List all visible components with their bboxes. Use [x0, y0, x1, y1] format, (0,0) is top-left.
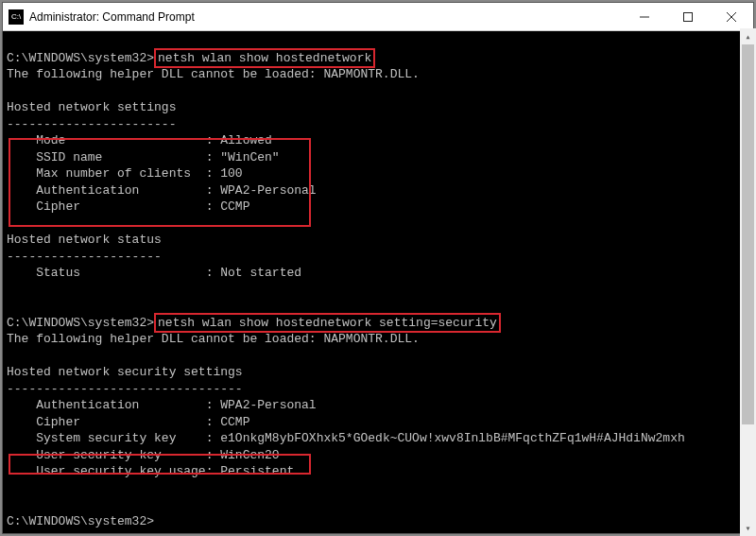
field-label: Cipher : [7, 415, 220, 429]
field-label: Mode : [7, 133, 220, 147]
field-value: e1OnkgM8ybFOXhxk5*GOedk~CUOw!xwv8InlbB#M… [220, 431, 684, 445]
section-header: Hosted network security settings [7, 365, 243, 379]
field-value: 100 [220, 166, 242, 181]
field-value: CCMP [220, 415, 249, 429]
divider: -------------------------------- [7, 382, 243, 396]
scroll-thumb[interactable] [742, 44, 754, 424]
field-label: Authentication : [7, 183, 220, 198]
field-value: "WinCen" [220, 150, 279, 164]
prompt: C:\WINDOWS\system32> [7, 316, 154, 330]
output-line: The following helper DLL cannot be loade… [7, 67, 420, 81]
field-label: SSID name : [7, 150, 220, 164]
divider: ----------------------- [7, 117, 176, 131]
terminal-output[interactable]: C:\WINDOWS\system32>netsh wlan show host… [3, 31, 753, 533]
field-label: User security key usage: [7, 464, 220, 478]
minimize-button[interactable] [623, 3, 666, 30]
prompt: C:\WINDOWS\system32> [7, 51, 154, 65]
scroll-up-button[interactable]: ▴ [740, 28, 756, 44]
field-value: CCMP [220, 199, 249, 214]
prompt: C:\WINDOWS\system32> [7, 514, 154, 528]
field-value: Allowed [220, 133, 272, 147]
field-value: WPA2-Personal [220, 398, 316, 412]
field-label: User security key : [7, 448, 220, 462]
window-controls [623, 3, 753, 30]
output-line: The following helper DLL cannot be loade… [7, 332, 420, 346]
section-header: Hosted network status [7, 233, 162, 247]
window-title: Administrator: Command Prompt [29, 10, 623, 24]
field-value: Not started [220, 266, 301, 280]
svg-rect-1 [684, 12, 693, 21]
titlebar[interactable]: C:\ Administrator: Command Prompt [3, 3, 753, 31]
field-value: WPA2-Personal [220, 183, 316, 198]
field-value: Persistent [220, 464, 294, 478]
field-label: System security key : [7, 431, 220, 445]
command-1-highlight: netsh wlan show hostednetwork [154, 48, 375, 69]
command-prompt-window: C:\ Administrator: Command Prompt C:\WIN… [2, 2, 754, 534]
field-label: Max number of clients : [7, 166, 220, 181]
scroll-down-button[interactable]: ▾ [740, 520, 756, 536]
section-header: Hosted network settings [7, 100, 176, 114]
scroll-track[interactable] [740, 44, 756, 520]
app-icon: C:\ [9, 9, 24, 25]
maximize-button[interactable] [666, 3, 710, 30]
field-label: Status : [7, 266, 220, 280]
field-value: WinCen20 [220, 448, 279, 462]
vertical-scrollbar[interactable]: ▴ ▾ [740, 28, 756, 536]
close-button[interactable] [710, 3, 753, 30]
command-2-highlight: netsh wlan show hostednetwork setting=se… [154, 313, 501, 334]
field-label: Cipher : [7, 199, 220, 214]
field-label: Authentication : [7, 398, 220, 412]
divider: --------------------- [7, 250, 162, 264]
